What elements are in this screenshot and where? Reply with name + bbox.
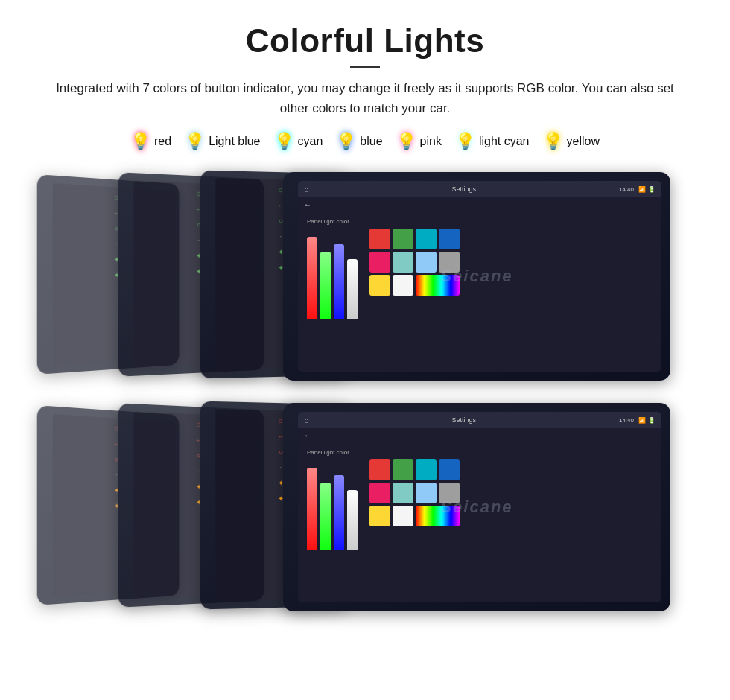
bar-green-2 xyxy=(320,483,331,550)
swatch2-cyan[interactable] xyxy=(416,459,437,480)
swatch-white[interactable] xyxy=(393,275,413,296)
bulb-icon-yellow: 💡 xyxy=(543,132,563,151)
side-icon-dot2: · xyxy=(197,236,200,244)
swatch2-blue[interactable] xyxy=(439,459,460,480)
color-item-lightcyan: 💡 light cyan xyxy=(455,132,530,151)
swatch-pink2[interactable] xyxy=(369,252,390,273)
main-screen-1: ⌂ Settings 14:40 📶 🔋 ← xyxy=(298,181,661,372)
title-divider xyxy=(350,66,380,68)
battery-icon-2: 🔋 xyxy=(648,417,656,424)
swatch2-teal[interactable] xyxy=(393,483,413,503)
swatch2-grey[interactable] xyxy=(439,483,460,503)
side-icon2-dot3: · xyxy=(280,463,282,471)
color-label-red: red xyxy=(154,135,171,148)
description-text: Integrated with 7 colors of button indic… xyxy=(45,78,685,118)
swatch-cyan2[interactable] xyxy=(416,229,437,249)
color-item-red: 💡 red xyxy=(130,132,171,151)
color-bars-1 xyxy=(307,229,358,319)
page-title: Colorful Lights xyxy=(30,22,700,60)
wifi-icon-2: 📶 xyxy=(638,417,646,424)
swatch2-red[interactable] xyxy=(369,459,390,480)
page-wrapper: Colorful Lights Integrated with 7 colors… xyxy=(0,0,730,634)
main-screen-2: ⌂ Settings 14:40 📶 🔋 ← Panel light co xyxy=(298,412,661,602)
swatch2-spectrum[interactable] xyxy=(416,506,460,526)
color-label-cyan: cyan xyxy=(298,135,323,148)
screen-status-icons-1: 📶 🔋 xyxy=(638,186,656,193)
color-item-lightblue: 💡 Light blue xyxy=(185,132,260,151)
screen-topbar-2: ⌂ Settings 14:40 📶 🔋 xyxy=(298,412,661,428)
bulb-icon-lightcyan: 💡 xyxy=(455,132,475,151)
swatch2-white[interactable] xyxy=(393,506,413,526)
color-bars-section-2: Panel light color xyxy=(307,449,358,595)
bulb-icon-red: 💡 xyxy=(130,132,150,151)
wifi-icon: 📶 xyxy=(638,186,646,193)
panel-label-1: Panel light color xyxy=(307,218,358,225)
screen-home-icon-2: ⌂ xyxy=(304,416,309,424)
color-swatches-1 xyxy=(369,229,460,296)
color-label-lightblue: Light blue xyxy=(209,135,260,148)
screen-topbar-1: ⌂ Settings 14:40 📶 🔋 xyxy=(298,181,661,197)
side-icon-dot1: · xyxy=(115,241,118,249)
color-bars-section-1: Panel light color xyxy=(307,218,358,364)
screen-time-2: 14:40 xyxy=(619,417,634,424)
side-icon2-dot: · xyxy=(115,471,118,480)
device-row-1: ⌂ ← ○ · ✦ ✦ ⌂ ← ○ · xyxy=(30,172,700,388)
swatch2-lightblue[interactable] xyxy=(416,483,437,503)
device-card-1-main: ⌂ Settings 14:40 📶 🔋 ← xyxy=(283,172,670,381)
bar-white-2 xyxy=(347,490,358,550)
bar-red-2 xyxy=(307,468,317,550)
screen-home-icon: ⌂ xyxy=(304,185,309,194)
swatch2-lime[interactable] xyxy=(393,459,413,480)
bar-white-1 xyxy=(347,259,358,319)
bulb-icon-pink: 💡 xyxy=(396,132,416,151)
color-swatches-section-2 xyxy=(369,449,460,595)
swatch-red[interactable] xyxy=(369,229,390,249)
screen-settings-label-2: Settings xyxy=(314,416,615,424)
bar-blue-2 xyxy=(334,475,344,550)
swatch-grey[interactable] xyxy=(439,252,460,273)
swatch-lightblue2[interactable] xyxy=(416,252,437,273)
side-icon2-dot2: · xyxy=(197,467,200,475)
screen-time-1: 14:40 xyxy=(619,186,634,193)
color-bars-2 xyxy=(307,460,358,550)
color-label-blue: blue xyxy=(360,135,382,148)
screen-status-icons-2: 📶 🔋 xyxy=(638,417,656,424)
devices-section: ⌂ ← ○ · ✦ ✦ ⌂ ← ○ · xyxy=(30,172,700,619)
bulb-icon-lightblue: 💡 xyxy=(185,132,205,151)
color-item-pink: 💡 pink xyxy=(396,132,442,151)
bulb-icon-cyan: 💡 xyxy=(274,132,294,151)
screen-settings-label: Settings xyxy=(314,185,615,193)
swatch-yellow2[interactable] xyxy=(369,275,390,296)
color-label-pink: pink xyxy=(420,135,442,148)
color-swatches-2 xyxy=(369,459,460,526)
screen-color-content-1: Panel light color xyxy=(298,211,661,372)
color-item-cyan: 💡 cyan xyxy=(274,132,323,151)
color-indicators-row: 💡 red 💡 Light blue 💡 cyan 💡 blue 💡 pink … xyxy=(30,132,700,151)
swatch-lime[interactable] xyxy=(393,229,413,249)
swatch2-pink[interactable] xyxy=(369,483,390,503)
color-item-blue: 💡 blue xyxy=(336,132,382,151)
bar-blue-1 xyxy=(334,244,344,319)
back-arrow-1[interactable]: ← xyxy=(304,200,311,209)
screen-back-bar-2[interactable]: ← xyxy=(298,428,661,442)
swatch-spectrum[interactable] xyxy=(416,275,460,296)
swatch-teal[interactable] xyxy=(393,252,413,273)
back-arrow-2[interactable]: ← xyxy=(304,431,311,439)
bar-red-1 xyxy=(307,237,317,319)
device-row-2: ⌂ ← ○ · ✦ ✦ ⌂ ← ○ · xyxy=(30,403,700,619)
side-icon-dot3: · xyxy=(280,232,282,241)
screen-back-bar-1[interactable]: ← xyxy=(298,197,661,211)
bar-green-1 xyxy=(320,252,331,319)
title-section: Colorful Lights Integrated with 7 colors… xyxy=(30,22,700,118)
color-swatches-section-1 xyxy=(369,218,460,364)
color-label-yellow: yellow xyxy=(567,135,600,148)
bulb-icon-blue: 💡 xyxy=(336,132,356,151)
color-item-yellow: 💡 yellow xyxy=(543,132,600,151)
color-label-lightcyan: light cyan xyxy=(479,135,530,148)
device-card-2-main: ⌂ Settings 14:40 📶 🔋 ← Panel light co xyxy=(283,403,670,611)
swatch-blue2[interactable] xyxy=(439,229,460,249)
panel-label-2: Panel light color xyxy=(307,449,358,456)
swatch2-yellow[interactable] xyxy=(369,506,390,526)
battery-icon: 🔋 xyxy=(648,186,656,193)
screen-color-content-2: Panel light color xyxy=(298,442,661,602)
